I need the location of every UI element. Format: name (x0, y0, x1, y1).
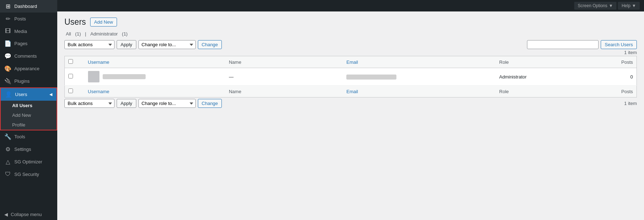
change-role-top-select[interactable]: Change role to... (138, 40, 196, 49)
toolbar-bottom: Bulk actions Apply Change role to... Cha… (64, 99, 637, 108)
comments-icon: 💬 (4, 53, 11, 59)
help-label: Help (621, 3, 630, 8)
collapse-label: Collapse menu (11, 212, 42, 217)
sidebar-item-dashboard[interactable]: ⊞ Dashboard (0, 0, 57, 13)
help-button[interactable]: Help ▼ (618, 2, 640, 10)
sidebar-item-label: SG Security (14, 172, 39, 177)
collapse-icon: ◀ (4, 212, 8, 217)
th-email[interactable]: Email (343, 56, 496, 68)
th-username[interactable]: Username (84, 56, 225, 68)
user-role: Administrator (499, 74, 527, 80)
sidebar-subitem-add-new[interactable]: Add New (1, 110, 57, 120)
sidebar-item-comments[interactable]: 💬 Comments (0, 50, 57, 62)
sidebar-item-label: Posts (14, 16, 26, 21)
filter-all-label: All (66, 31, 71, 37)
sidebar-item-pages[interactable]: 📄 Pages (0, 37, 57, 50)
users-arrow-icon: ◀ (49, 92, 52, 97)
select-all-footer-checkbox[interactable] (68, 89, 73, 93)
sidebar-item-label: Appearance (14, 66, 39, 71)
screen-options-button[interactable]: Screen Options ▼ (574, 2, 617, 10)
tfoot-th-checkbox (65, 86, 84, 97)
sidebar-item-users[interactable]: 👤 Users ◀ (1, 88, 57, 101)
add-new-label: Add New (12, 113, 31, 118)
add-new-button[interactable]: Add New (90, 18, 117, 27)
tfoot-th-email[interactable]: Email (343, 86, 496, 97)
items-count-bottom: 1 item (624, 101, 637, 106)
filter-separator: | (85, 31, 86, 37)
th-checkbox (65, 56, 84, 68)
users-icon: 👤 (5, 91, 12, 98)
page-title-row: Users Add New (64, 17, 637, 27)
sg-security-icon: 🛡 (4, 171, 11, 177)
tfoot-th-name: Name (225, 86, 343, 97)
select-all-checkbox[interactable] (68, 59, 73, 64)
th-name-label: Name (229, 59, 241, 65)
th-email-label: Email (346, 59, 358, 65)
table-header-row: Username Name Email Role Posts (65, 56, 637, 68)
search-users-input[interactable] (527, 40, 599, 49)
media-icon: 🎞 (4, 28, 11, 34)
toolbar-bottom-left: Bulk actions Apply Change role to... Cha… (64, 99, 222, 108)
filter-admin-link[interactable]: Administrator (1) (89, 31, 129, 37)
filter-admin-count: (1) (122, 31, 128, 37)
change-top-button[interactable]: Change (198, 40, 222, 49)
sidebar-item-label: Users (15, 92, 27, 97)
toolbar-top-right: Search Users (527, 40, 637, 49)
user-avatar (88, 71, 99, 82)
search-users-button[interactable]: Search Users (601, 40, 637, 49)
user-name: — (229, 74, 234, 80)
items-count-top: 1 item (64, 50, 637, 55)
apply-bottom-button[interactable]: Apply (117, 99, 136, 108)
main-content: Users Add New All (1) | Administrator (1… (57, 11, 644, 220)
page-title: Users (64, 17, 86, 27)
apply-top-button[interactable]: Apply (117, 40, 136, 49)
sidebar-item-label: Comments (14, 53, 37, 59)
email-blurred (346, 75, 396, 80)
sidebar-item-appearance[interactable]: 🎨 Appearance (0, 62, 57, 75)
dashboard-icon: ⊞ (4, 3, 11, 10)
sidebar-item-settings[interactable]: ⚙ Settings (0, 143, 57, 156)
bulk-actions-top-select[interactable]: Bulk actions (64, 40, 114, 49)
sidebar-item-plugins[interactable]: 🔌 Plugins (0, 75, 57, 87)
tfoot-name-label: Name (229, 89, 241, 94)
sidebar-item-label: Media (14, 29, 27, 34)
screen-options-label: Screen Options (578, 3, 608, 8)
sidebar-item-media[interactable]: 🎞 Media (0, 25, 57, 37)
filter-all-link[interactable]: All (1) (64, 31, 84, 37)
sidebar-item-tools[interactable]: 🔧 Tools (0, 130, 57, 143)
th-role: Role (496, 56, 590, 68)
tfoot-th-role: Role (496, 86, 590, 97)
posts-icon: ✏ (4, 15, 11, 22)
sidebar-subitem-all-users[interactable]: All Users (1, 101, 57, 110)
bulk-actions-bottom-select[interactable]: Bulk actions (64, 99, 114, 108)
change-bottom-button[interactable]: Change (198, 99, 222, 108)
td-username (84, 68, 225, 86)
th-posts: Posts (590, 56, 636, 68)
user-posts-count: 0 (630, 74, 633, 80)
sidebar-subitem-profile[interactable]: Profile (1, 120, 57, 130)
filter-links: All (1) | Administrator (1) (64, 31, 637, 37)
profile-label: Profile (12, 122, 25, 128)
th-name: Name (225, 56, 343, 68)
sidebar-item-sg-security[interactable]: 🛡 SG Security (0, 168, 57, 180)
filter-admin-label: Administrator (91, 31, 118, 37)
change-role-bottom-select[interactable]: Change role to... (138, 99, 196, 108)
toolbar-top: Bulk actions Apply Change role to... Cha… (64, 40, 637, 49)
th-role-label: Role (499, 59, 509, 65)
help-arrow-icon: ▼ (632, 3, 636, 8)
collapse-menu[interactable]: ◀ Collapse menu (0, 209, 57, 220)
tfoot-th-username[interactable]: Username (84, 86, 225, 97)
sidebar-item-label: SG Optimizer (14, 159, 42, 164)
pages-icon: 📄 (4, 40, 11, 47)
plugins-icon: 🔌 (4, 78, 11, 85)
sidebar-item-sg-optimizer[interactable]: △ SG Optimizer (0, 156, 57, 168)
table-row: — Administrator 0 (65, 68, 637, 86)
sidebar-item-label: Tools (14, 134, 25, 139)
sidebar-item-posts[interactable]: ✏ Posts (0, 13, 57, 25)
row-checkbox[interactable] (68, 74, 73, 78)
sg-optimizer-icon: △ (4, 158, 11, 165)
screen-options-arrow-icon: ▼ (609, 3, 613, 8)
table-footer-row: Username Name Email Role Posts (65, 86, 637, 97)
sidebar-item-label: Dashboard (14, 4, 37, 9)
tfoot-email-label: Email (346, 89, 358, 94)
